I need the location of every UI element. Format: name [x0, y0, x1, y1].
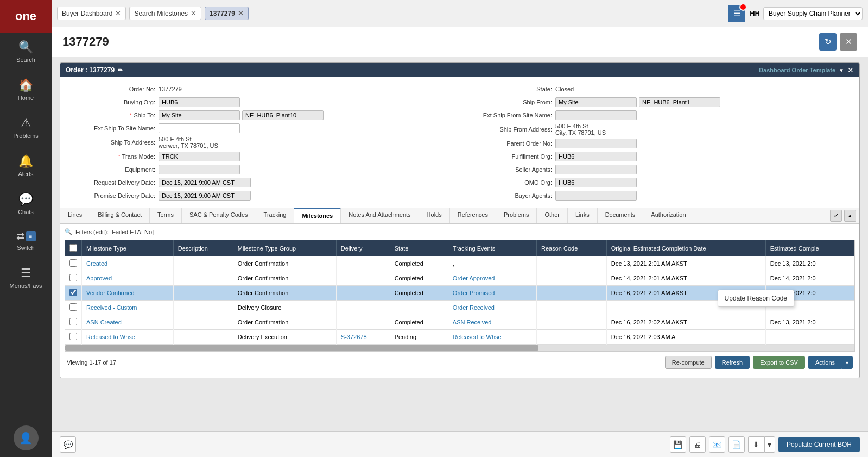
input-ship-from-plant[interactable]	[639, 97, 720, 107]
tracking-link-3[interactable]: Order Received	[453, 304, 495, 311]
tab-1377279[interactable]: 1377279 ✕	[205, 7, 249, 20]
sidebar-item-alerts[interactable]: 🔔 Alerts	[0, 147, 52, 185]
row-checkbox-cell[interactable]	[65, 330, 82, 345]
save-icon-button[interactable]: 💾	[670, 436, 686, 453]
input-trans-mode[interactable]	[159, 152, 240, 161]
sidebar-item-problems[interactable]: ⚠ Problems	[0, 109, 52, 147]
template-link[interactable]: Dashboard Order Template	[759, 67, 835, 73]
input-ext-ship-from[interactable]	[555, 110, 637, 120]
milestone-link-5[interactable]: Released to Whse	[86, 334, 135, 340]
tab-sac[interactable]: SAC & Penalty Codes	[182, 208, 256, 223]
template-dropdown-icon[interactable]: ▼	[839, 67, 844, 73]
user-initials: HH	[750, 9, 760, 17]
recompute-button[interactable]: Re-compute	[665, 356, 712, 369]
pdf-icon-button[interactable]: 📄	[728, 436, 745, 453]
refresh-button[interactable]: Refresh	[715, 356, 750, 369]
input-seller-agents[interactable]	[555, 165, 637, 174]
input-omo-org[interactable]	[555, 178, 637, 187]
tab-other[interactable]: Other	[537, 208, 568, 223]
close-1377279-icon[interactable]: ✕	[238, 9, 244, 17]
tracking-link-1[interactable]: Order Approved	[453, 275, 495, 281]
tab-authorization[interactable]: Authorization	[643, 208, 694, 223]
tab-notes[interactable]: Notes And Attachments	[341, 208, 419, 223]
tab-expand-icon[interactable]: ⤢	[830, 210, 842, 222]
input-promise-delivery[interactable]	[159, 191, 251, 201]
input-request-delivery[interactable]	[159, 178, 251, 187]
milestone-link-3[interactable]: Received - Custom	[86, 304, 137, 311]
tab-minimize-icon[interactable]: ▴	[844, 210, 856, 222]
input-fulfillment-org[interactable]	[555, 152, 637, 161]
tracking-link-4[interactable]: ASN Received	[453, 319, 492, 325]
input-buyer-agents[interactable]	[555, 191, 637, 201]
input-equipment[interactable]	[159, 165, 240, 174]
select-all-checkbox[interactable]	[69, 244, 77, 252]
close-buyer-dashboard-icon[interactable]: ✕	[115, 9, 121, 17]
export-csv-button[interactable]: Export to CSV	[753, 356, 805, 369]
input-ship-to-plant[interactable]	[242, 110, 324, 120]
row-checkbox-cell[interactable]	[65, 256, 82, 271]
milestone-link-4[interactable]: ASN Created	[86, 319, 122, 325]
input-ext-ship-to[interactable]	[159, 123, 240, 133]
tooltip-text: Update Reason Code	[725, 295, 787, 302]
app-logo[interactable]: one	[0, 0, 52, 33]
row-checkbox-cell[interactable]	[65, 271, 82, 286]
milestone-link-1[interactable]: Approved	[86, 275, 112, 281]
filter-search-icon[interactable]: 🔍	[65, 228, 72, 235]
user-role-select[interactable]: Buyer Supply Chain Planner	[763, 7, 863, 20]
tab-billing[interactable]: Billing & Contact	[90, 208, 150, 223]
panel-close-button[interactable]: ✕	[847, 66, 854, 74]
row-checkbox-1[interactable]	[69, 274, 77, 281]
chat-button[interactable]: 💬	[60, 436, 76, 453]
input-ship-to-site[interactable]	[159, 110, 240, 120]
actions-dropdown-button[interactable]: ▾	[841, 356, 853, 369]
tab-references[interactable]: References	[450, 208, 496, 223]
row-checkbox-3[interactable]	[69, 303, 77, 311]
horizontal-scrollbar[interactable]	[65, 345, 854, 351]
tracking-link-5[interactable]: Released to Whse	[453, 334, 502, 340]
actions-button[interactable]: Actions	[808, 356, 841, 369]
tracking-link-2[interactable]: Order Promised	[453, 290, 495, 296]
row-checkbox-5[interactable]	[69, 333, 77, 340]
tab-links[interactable]: Links	[568, 208, 598, 223]
tab-search-milestones[interactable]: Search Milestones ✕	[129, 7, 201, 20]
refresh-header-button[interactable]: ↻	[819, 33, 837, 51]
tab-holds[interactable]: Holds	[419, 208, 450, 223]
tab-terms[interactable]: Terms	[150, 208, 182, 223]
input-ship-from-site[interactable]	[555, 97, 637, 107]
col-milestone-type: Milestone Type	[82, 240, 174, 256]
download-button[interactable]: ⬇	[748, 436, 764, 453]
sidebar-item-search[interactable]: 🔍 Search	[0, 33, 52, 71]
milestone-link-0[interactable]: Created	[86, 260, 107, 267]
download-dropdown-icon[interactable]: ▾	[764, 436, 775, 453]
avatar[interactable]: 👤	[14, 425, 39, 450]
row-checkbox-4[interactable]	[69, 318, 77, 325]
sidebar-item-switch[interactable]: ⇄ ≡ Switch	[0, 223, 52, 259]
row-checkbox-cell[interactable]	[65, 315, 82, 330]
sidebar-item-chats[interactable]: 💬 Chats	[0, 185, 52, 223]
row-checkbox-2[interactable]	[69, 289, 77, 296]
field-seller-agents: Seller Agents:	[465, 163, 851, 176]
input-parent-order[interactable]	[555, 139, 637, 148]
input-buying-org[interactable]	[159, 97, 240, 107]
sidebar-item-home[interactable]: 🏠 Home	[0, 71, 52, 109]
tab-lines[interactable]: Lines	[60, 208, 90, 223]
email-icon-button[interactable]: 📧	[709, 436, 725, 453]
tab-buyer-dashboard[interactable]: Buyer Dashboard ✕	[57, 7, 126, 20]
sidebar-item-menus[interactable]: ☰ Menus/Favs	[0, 259, 52, 297]
tab-tracking[interactable]: Tracking	[256, 208, 295, 223]
sidebar-label-problems: Problems	[13, 133, 38, 139]
tab-documents[interactable]: Documents	[598, 208, 644, 223]
milestone-link-2[interactable]: Vendor Confirmed	[86, 290, 135, 296]
close-search-milestones-icon[interactable]: ✕	[191, 9, 197, 17]
delivery-link-5[interactable]: S-372678	[341, 334, 367, 340]
notifications-button[interactable]: ☰	[728, 5, 745, 22]
row-checkbox-cell[interactable]	[65, 286, 82, 301]
tab-milestones[interactable]: Milestones	[294, 208, 341, 224]
cell-tracking: ,	[448, 256, 536, 271]
row-checkbox-0[interactable]	[69, 259, 77, 267]
print-icon-button[interactable]: 🖨	[689, 436, 706, 453]
populate-boh-button[interactable]: Populate Current BOH	[778, 437, 860, 452]
tab-problems[interactable]: Problems	[496, 208, 537, 223]
close-header-button[interactable]: ✕	[840, 33, 857, 51]
row-checkbox-cell[interactable]	[65, 301, 82, 315]
